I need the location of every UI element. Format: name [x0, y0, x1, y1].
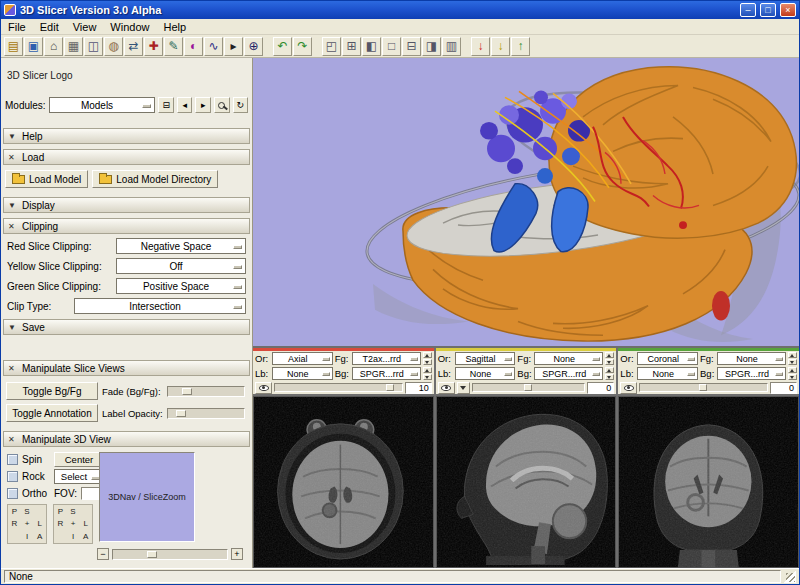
- pad-button-i[interactable]: I: [67, 530, 80, 543]
- slice-offset-slider[interactable]: [472, 383, 586, 392]
- 3d-viewport[interactable]: [253, 58, 799, 346]
- foreground-select[interactable]: T2ax...rrd: [352, 352, 421, 365]
- fg-spinner[interactable]: [605, 352, 614, 365]
- home-module-icon[interactable]: ⌂: [44, 37, 63, 56]
- pad-button-center[interactable]: +: [21, 518, 34, 531]
- visibility-button[interactable]: [620, 382, 637, 394]
- toggle-annotation-button[interactable]: Toggle Annotation: [6, 404, 98, 422]
- transforms-module-icon[interactable]: ⇄: [124, 37, 143, 56]
- minimize-button[interactable]: –: [740, 3, 756, 17]
- measurements-module-icon[interactable]: ∿: [204, 37, 223, 56]
- pad-button-l[interactable]: L: [79, 518, 92, 531]
- mouse-transform-icon[interactable]: ⊕: [244, 37, 263, 56]
- resize-grip-icon[interactable]: [784, 571, 796, 583]
- zoom-slider[interactable]: [112, 549, 228, 560]
- orientation-select[interactable]: Axial: [272, 352, 333, 365]
- pad-button-i[interactable]: I: [21, 530, 34, 543]
- editor-module-icon[interactable]: ✎: [164, 37, 183, 56]
- sagittal-slice-viewport[interactable]: [436, 396, 617, 568]
- clip-type-select[interactable]: Intersection: [74, 298, 246, 314]
- module-search-button[interactable]: [214, 97, 230, 113]
- foreground-select[interactable]: None: [717, 352, 786, 365]
- pad-button-p[interactable]: P: [8, 505, 21, 518]
- close-button[interactable]: ×: [780, 3, 796, 17]
- undo-icon[interactable]: ↶: [273, 37, 292, 56]
- panel-toggle-icon[interactable]: ⊟: [158, 97, 174, 113]
- collapse-icon[interactable]: ▼: [8, 132, 17, 141]
- toggle-bgfg-button[interactable]: Toggle Bg/Fg: [6, 382, 98, 400]
- close-section-icon[interactable]: ✕: [8, 153, 17, 162]
- capture-yellow-slice-icon[interactable]: ↓: [491, 37, 510, 56]
- layout-tabbed-3d-icon[interactable]: ◨: [422, 37, 441, 56]
- green-slice-clipping-select[interactable]: Positive Space: [116, 278, 246, 294]
- label-select[interactable]: None: [455, 367, 516, 380]
- layout-slice-only-icon[interactable]: ⊟: [402, 37, 421, 56]
- background-select[interactable]: SPGR...rrd: [717, 367, 786, 380]
- label-opacity-slider[interactable]: [167, 408, 245, 419]
- layout-3d-only-icon[interactable]: □: [382, 37, 401, 56]
- slider-thumb[interactable]: [699, 384, 707, 391]
- layout-dual3d-icon[interactable]: ◧: [362, 37, 381, 56]
- section-clipping[interactable]: ✕ Clipping: [3, 218, 250, 234]
- pad-button-center[interactable]: +: [67, 518, 80, 531]
- pad-button-l[interactable]: L: [33, 518, 46, 531]
- modules-select[interactable]: Models: [49, 97, 156, 113]
- coronal-slice-viewport[interactable]: [618, 396, 799, 568]
- section-manipulate-3d-view[interactable]: ✕ Manipulate 3D View: [3, 431, 250, 447]
- label-select[interactable]: None: [272, 367, 333, 380]
- red-slice-clipping-select[interactable]: Negative Space: [116, 238, 246, 254]
- section-display[interactable]: ▼ Display: [3, 197, 250, 213]
- expand-controller-button[interactable]: [457, 382, 470, 394]
- 3dnav-slicezoom-widget[interactable]: 3DNav / SliceZoom: [99, 452, 195, 542]
- pad-button-r[interactable]: R: [54, 518, 67, 531]
- orientation-select[interactable]: Coronal: [637, 352, 698, 365]
- select-dropdown[interactable]: Select: [54, 469, 104, 484]
- capture-green-slice-icon[interactable]: ↑: [511, 37, 530, 56]
- fg-spinner[interactable]: [788, 352, 797, 365]
- pad-button-r[interactable]: R: [8, 518, 21, 531]
- pad-button-a[interactable]: A: [79, 530, 92, 543]
- section-manipulate-slice-views[interactable]: ✕ Manipulate Slice Views: [3, 360, 250, 376]
- slider-thumb[interactable]: [386, 384, 394, 391]
- layout-conventional-icon[interactable]: ◰: [322, 37, 341, 56]
- menu-file[interactable]: File: [1, 19, 33, 34]
- refresh-module-icon[interactable]: ↻: [233, 97, 249, 113]
- menu-edit[interactable]: Edit: [33, 19, 66, 34]
- pad-button-a[interactable]: A: [33, 530, 46, 543]
- zoom-minus-icon[interactable]: −: [97, 548, 109, 560]
- pad-button-s[interactable]: S: [67, 505, 80, 518]
- fade-slider-thumb[interactable]: [182, 388, 192, 395]
- slice-offset-slider[interactable]: [274, 383, 403, 392]
- yellow-slice-clipping-select[interactable]: Off: [116, 258, 246, 274]
- save-scene-icon[interactable]: ▣: [24, 37, 43, 56]
- menu-view[interactable]: View: [66, 19, 104, 34]
- fade-slider[interactable]: [167, 386, 245, 397]
- load-model-button[interactable]: Load Model: [5, 170, 88, 188]
- axial-slice-viewport[interactable]: [253, 396, 434, 568]
- section-load[interactable]: ✕ Load: [3, 149, 250, 165]
- visibility-button[interactable]: [255, 382, 272, 394]
- maximize-button[interactable]: □: [760, 3, 776, 17]
- section-help[interactable]: ▼ Help: [3, 128, 250, 144]
- previous-module-icon[interactable]: ◂: [177, 97, 193, 113]
- close-section-icon[interactable]: ✕: [8, 364, 17, 373]
- data-module-icon[interactable]: ▦: [64, 37, 83, 56]
- foreground-select[interactable]: None: [534, 352, 603, 365]
- slice-offset-value[interactable]: 10: [405, 382, 432, 394]
- label-opacity-slider-thumb[interactable]: [176, 410, 186, 417]
- models-module-icon[interactable]: ◍: [104, 37, 123, 56]
- orientation-select[interactable]: Sagittal: [455, 352, 516, 365]
- pad-button-p[interactable]: P: [54, 505, 67, 518]
- load-data-icon[interactable]: ▤: [4, 37, 23, 56]
- slider-thumb[interactable]: [524, 384, 532, 391]
- menu-window[interactable]: Window: [103, 19, 156, 34]
- close-section-icon[interactable]: ✕: [8, 222, 17, 231]
- menu-help[interactable]: Help: [156, 19, 193, 34]
- colors-module-icon[interactable]: ◐: [184, 37, 203, 56]
- slice-offset-value[interactable]: 0: [770, 382, 797, 394]
- zoom-plus-icon[interactable]: +: [231, 548, 243, 560]
- layout-fourup-icon[interactable]: ⊞: [342, 37, 361, 56]
- collapse-icon[interactable]: ▼: [8, 323, 17, 332]
- layout-tabbed-slice-icon[interactable]: ▥: [442, 37, 461, 56]
- next-module-icon[interactable]: ▸: [195, 97, 211, 113]
